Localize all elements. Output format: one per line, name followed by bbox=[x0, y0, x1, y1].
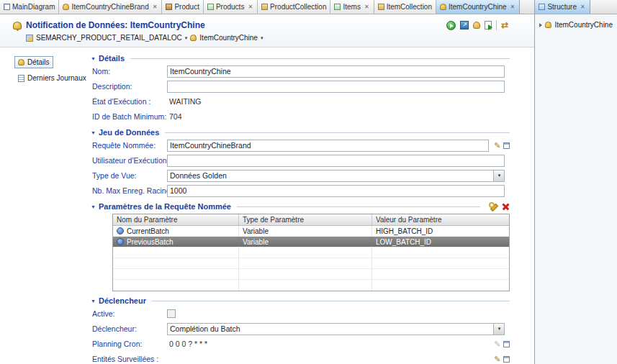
tree-item-itemcountrychine[interactable]: ItemCountryChine bbox=[538, 20, 614, 29]
param-value: LOW_BATCH_ID bbox=[372, 237, 509, 247]
tab-product[interactable]: Product bbox=[162, 0, 203, 14]
tab-items[interactable]: Items ✕ bbox=[330, 0, 374, 14]
tab-structure[interactable]: Structure ✕ bbox=[535, 0, 590, 14]
twistie-icon[interactable]: ▼ bbox=[91, 204, 96, 209]
chevron-down-icon[interactable]: ▾ bbox=[185, 35, 188, 40]
sidebar-item-derniers-journaux[interactable]: Derniers Journaux bbox=[14, 72, 90, 84]
description-label: Description: bbox=[91, 82, 166, 91]
type-vue-select[interactable]: Données Golden ▾ bbox=[167, 170, 505, 182]
tab-products[interactable]: Products ✕ bbox=[204, 0, 258, 14]
start-job-icon[interactable] bbox=[485, 21, 492, 29]
close-icon[interactable]: ✕ bbox=[247, 4, 253, 10]
open-editor-icon[interactable] bbox=[503, 142, 510, 149]
structure-tree: ItemCountryChine bbox=[535, 14, 617, 364]
tab-productcollection[interactable]: ProductCollection bbox=[258, 0, 330, 14]
close-icon[interactable]: ✕ bbox=[364, 4, 370, 10]
structure-panel: Structure ✕ ItemCountryChine bbox=[534, 0, 617, 364]
table-row-empty[interactable] bbox=[113, 280, 509, 291]
planning-cron-label: Planning Cron: bbox=[91, 340, 166, 348]
edit-icon[interactable]: ✎ bbox=[494, 142, 500, 150]
tab-itemcountrychine[interactable]: ItemCountryChine ✕ bbox=[436, 0, 520, 14]
open-editor-icon[interactable] bbox=[503, 356, 510, 363]
tab-label: MainDiagram bbox=[12, 3, 55, 11]
table-row-empty[interactable] bbox=[113, 247, 509, 258]
delete-icon[interactable] bbox=[502, 203, 510, 211]
nom-input[interactable] bbox=[167, 65, 505, 78]
twistie-icon[interactable]: ▼ bbox=[91, 299, 96, 304]
table-row-empty[interactable] bbox=[113, 258, 509, 269]
open-editor-icon[interactable] bbox=[503, 341, 510, 347]
page-title: Notification de Données: ItemCountryChin… bbox=[26, 20, 205, 30]
section-rule bbox=[130, 58, 510, 59]
sidebar-item-label: Détails bbox=[27, 58, 50, 66]
table-row[interactable]: CurrentBatch Variable HIGH_BATCH_ID bbox=[113, 226, 509, 237]
param-type: Variable bbox=[239, 237, 372, 247]
collection-icon bbox=[261, 4, 268, 10]
journal-icon bbox=[18, 75, 24, 82]
type-vue-label: Type de Vue: bbox=[91, 171, 166, 180]
section-rule bbox=[165, 132, 510, 133]
twistie-icon[interactable]: ▼ bbox=[91, 130, 96, 135]
editor-area: MainDiagram ItemCountryChineBrand ✕ Prod… bbox=[0, 0, 534, 364]
tab-itemcountrychinebrand[interactable]: ItemCountryChineBrand ✕ bbox=[59, 0, 162, 14]
column-header[interactable]: Valeur du Paramètre bbox=[372, 214, 509, 225]
tab-maindiagram[interactable]: MainDiagram bbox=[0, 0, 59, 14]
nb-max-label: Nb. Max Enreg. Racine: bbox=[91, 186, 166, 195]
section-parametres-header: ▼ Paramètres de la Requête Nommée bbox=[91, 202, 510, 211]
tree-item-label: ItemCountryChine bbox=[554, 21, 613, 29]
tab-label: ItemCountryChineBrand bbox=[71, 3, 148, 11]
refresh-icon[interactable]: ⇄ bbox=[501, 21, 508, 29]
chevron-down-icon[interactable]: ▾ bbox=[493, 170, 504, 181]
twistie-icon[interactable]: ▼ bbox=[91, 56, 96, 61]
structure-icon bbox=[539, 4, 545, 10]
table-icon bbox=[334, 4, 341, 10]
breadcrumb-model[interactable]: SEMARCHY_PRODUCT_RETAIL_DATALOC ▾ bbox=[26, 34, 187, 42]
table-header-row: Nom du Paramètre Type de Paramètre Valeu… bbox=[113, 214, 509, 226]
jobs-icon[interactable]: ↗ bbox=[460, 21, 469, 29]
breadcrumb-notification[interactable]: ItemCountryChine ▾ bbox=[190, 34, 263, 42]
breadcrumb-label: ItemCountryChine bbox=[199, 34, 258, 42]
requete-input[interactable] bbox=[167, 140, 489, 152]
sidebar-item-label: Derniers Journaux bbox=[27, 74, 86, 82]
column-header[interactable]: Nom du Paramètre bbox=[113, 214, 239, 225]
close-icon[interactable]: ✕ bbox=[510, 4, 516, 10]
chevron-down-icon[interactable]: ▾ bbox=[261, 35, 264, 40]
close-icon[interactable]: ✕ bbox=[152, 4, 158, 10]
column-header[interactable]: Type de Paramètre bbox=[239, 214, 372, 225]
editor-toolbar: ↗ ⇄ bbox=[446, 20, 508, 30]
nb-max-input[interactable] bbox=[167, 185, 505, 197]
edit-icon[interactable]: ✎ bbox=[494, 355, 500, 363]
section-title: Jeu de Données bbox=[99, 128, 159, 137]
diagram-icon bbox=[4, 4, 10, 10]
close-icon[interactable]: ✕ bbox=[580, 4, 586, 10]
tree-expander-icon[interactable] bbox=[539, 23, 542, 27]
notification-icon bbox=[440, 4, 446, 10]
chevron-down-icon[interactable]: ▾ bbox=[493, 324, 504, 335]
configure-icon[interactable] bbox=[489, 202, 497, 211]
sidebar-item-details[interactable]: Détails bbox=[14, 56, 53, 68]
toolbar-separator bbox=[496, 20, 497, 30]
breadcrumb-label: SEMARCHY_PRODUCT_RETAIL_DATALOC bbox=[36, 34, 182, 42]
table-row-selected[interactable]: PreviousBatch Variable LOW_BATCH_ID bbox=[113, 237, 509, 247]
structure-tabbar: Structure ✕ bbox=[535, 0, 617, 14]
etat-label: État d'Exécution : bbox=[91, 97, 166, 106]
utilisateur-label: Utilisateur d'Exécution: bbox=[91, 156, 166, 165]
editor-header: Notification de Données: ItemCountryChin… bbox=[0, 14, 534, 47]
section-rule bbox=[152, 301, 510, 301]
utilisateur-input[interactable] bbox=[167, 155, 505, 167]
section-declencheur-header: ▼ Déclencheur bbox=[91, 296, 510, 305]
description-input[interactable] bbox=[167, 81, 505, 93]
tab-label: ItemCountryChine bbox=[449, 3, 507, 11]
nom-label: Nom: bbox=[91, 67, 166, 76]
alarm-icon[interactable] bbox=[473, 22, 480, 29]
declencheur-select[interactable]: Complétion du Batch ▾ bbox=[167, 323, 505, 335]
execute-icon[interactable] bbox=[446, 21, 456, 30]
param-name: PreviousBatch bbox=[127, 238, 173, 246]
table-row-empty[interactable] bbox=[113, 269, 509, 280]
tab-itemcollection[interactable]: ItemCollection bbox=[374, 0, 436, 14]
requete-label: Requête Nommée: bbox=[91, 141, 166, 150]
tab-label: Items bbox=[343, 3, 360, 11]
notification-icon bbox=[18, 59, 24, 65]
variable-icon bbox=[117, 227, 124, 235]
editor-sidebar: Détails Derniers Journaux bbox=[0, 47, 86, 364]
